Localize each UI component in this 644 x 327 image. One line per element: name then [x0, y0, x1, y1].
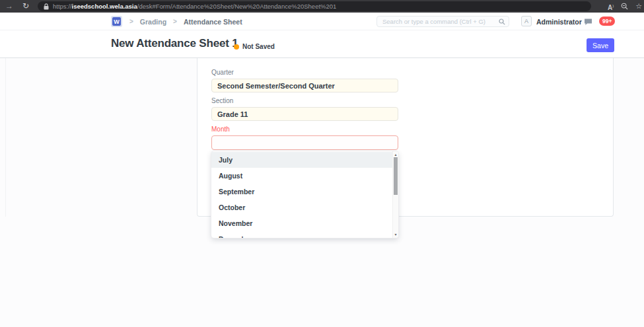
dropdown-option-september[interactable]: September — [211, 184, 392, 200]
notification-count: 99+ — [602, 18, 612, 24]
search-input[interactable] — [377, 17, 509, 26]
browser-toolbar-right: A) ☆ — [608, 0, 644, 13]
url-text: https://iseedschool.wela.asia/desk#Form/… — [53, 3, 336, 10]
chat-icon[interactable] — [584, 18, 592, 26]
read-aloud-icon[interactable]: A) — [608, 1, 614, 13]
breadcrumb-attendance-sheet[interactable]: Attendance Sheet — [184, 18, 242, 26]
favorites-icon[interactable]: ☆ — [635, 3, 642, 10]
app-navbar: W Grading Attendance Sheet A Administrat… — [0, 13, 644, 30]
url-path: /desk#Form/Attendance%20Sheet/New%20Atte… — [137, 3, 337, 10]
main-content: Quarter Second Semester/Second Quarter S… — [0, 58, 644, 327]
quarter-label: Quarter — [211, 69, 234, 76]
app-logo[interactable]: W — [111, 16, 122, 27]
status-indicator: Not Saved — [234, 43, 275, 50]
page-container-edge — [5, 58, 6, 217]
breadcrumb: Grading Attendance Sheet — [129, 13, 242, 30]
screen: → ↻ https://iseedschool.wela.asia/desk#F… — [0, 0, 644, 327]
breadcrumb-grading[interactable]: Grading — [140, 18, 166, 26]
url-domain: iseedschool.wela.asia — [72, 3, 137, 10]
status-text: Not Saved — [242, 43, 275, 50]
search-icon[interactable] — [499, 18, 505, 25]
dropdown-scrollbar[interactable] — [392, 151, 398, 238]
address-bar[interactable]: https://iseedschool.wela.asia/desk#Form/… — [38, 1, 591, 11]
month-input[interactable] — [211, 135, 398, 150]
dropdown-option-august[interactable]: August — [211, 168, 392, 184]
dropdown-option-july[interactable]: July — [211, 152, 392, 168]
page-title: New Attendance Sheet 1 — [111, 37, 238, 50]
month-dropdown-list: July August September October November D… — [211, 152, 392, 238]
page-header: New Attendance Sheet 1 Not Saved Save — [0, 30, 644, 58]
section-label: Section — [211, 97, 233, 104]
dropdown-option-november[interactable]: November — [211, 215, 392, 231]
avatar[interactable]: A — [521, 16, 532, 26]
section-field[interactable]: Grade 11 — [211, 107, 398, 121]
scrollbar-thumb[interactable] — [394, 157, 398, 195]
save-button[interactable]: Save — [587, 38, 614, 52]
scroll-up-icon[interactable] — [393, 152, 398, 157]
avatar-letter: A — [524, 18, 528, 24]
quarter-field[interactable]: Second Semester/Second Quarter — [211, 79, 398, 92]
chevron-right-icon — [173, 18, 177, 25]
month-label: Month — [211, 126, 230, 133]
dropdown-option-october[interactable]: October — [211, 200, 392, 215]
global-search — [376, 16, 509, 27]
forward-icon[interactable]: → — [5, 2, 13, 11]
notification-badge[interactable]: 99+ — [599, 17, 615, 26]
refresh-icon[interactable]: ↻ — [22, 1, 29, 11]
zoom-icon[interactable] — [621, 3, 628, 10]
dropdown-option-december[interactable]: December — [211, 231, 392, 238]
orange-dot-icon — [234, 44, 239, 50]
url-scheme: https:// — [53, 3, 72, 10]
lock-icon — [44, 3, 49, 10]
chevron-right-icon — [129, 18, 133, 25]
user-name: Administrator — [536, 18, 582, 26]
browser-chrome: → ↻ https://iseedschool.wela.asia/desk#F… — [0, 0, 644, 13]
month-dropdown: July August September October November D… — [211, 151, 398, 238]
logo-letter: W — [112, 17, 121, 26]
user-menu[interactable]: Administrator — [536, 13, 588, 30]
scroll-down-icon[interactable] — [393, 232, 398, 237]
